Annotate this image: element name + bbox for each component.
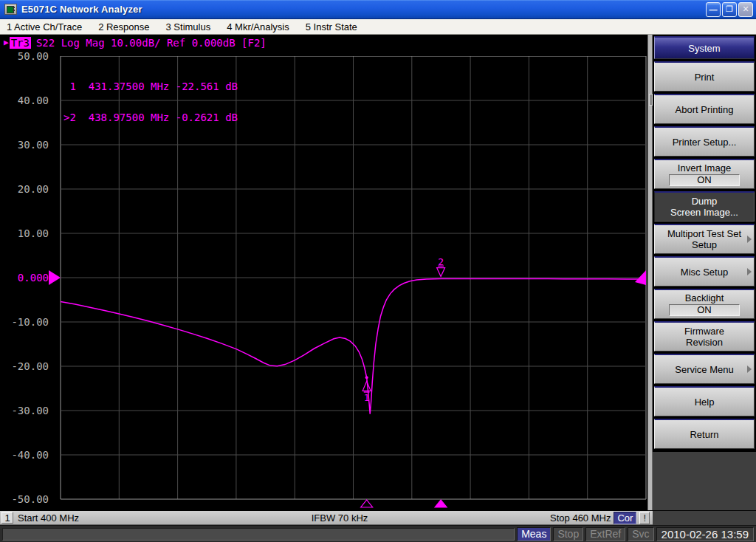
softkey-service-menu-label: Service Menu [675,364,733,375]
marker-2-label: 2 [438,256,444,267]
trace-params: S22 Log Mag 10.00dB/ Ref 0.000dB [F2] [36,37,267,49]
restore-icon: ❐ [726,5,733,13]
softkey-multiport-label: Multiport Test Set Setup [667,228,741,250]
marker-1-readout: 1 431.37500 MHz -22.561 dB [63,81,238,92]
stimulus-marker-2-icon[interactable] [435,500,447,507]
softkey-abort-printing[interactable]: Abort Printing [654,94,755,124]
ifbw-label[interactable]: IFBW 70 kHz [281,512,399,524]
y-axis-label: -30.00 [6,405,49,416]
instrument-status-bar: Meas Stop ExtRef Svc 2010-02-26 13:59 [0,525,756,542]
menu-response[interactable]: 2 Response [98,21,149,32]
y-axis-label: 0.000 [6,272,49,284]
softkey-misc-setup[interactable]: Misc Setup [654,256,755,287]
invert-image-state: ON [669,174,740,186]
warning-badge: ! [639,512,650,524]
y-axis-label: 40.00 [6,95,49,106]
menu-stimulus[interactable]: 3 Stimulus [166,21,211,32]
channel-number-badge: 1 [1,512,13,524]
display-area: ▶Tr3S22 Log Mag 10.00dB/ Ref 0.000dB [F2… [0,35,756,510]
y-axis-label: 20.00 [6,183,49,195]
status-message-strip [2,528,515,541]
status-meas: Meas [517,527,551,541]
submenu-arrow-icon [747,366,752,373]
reference-level-marker-icon [49,270,61,285]
status-svc: Svc [628,527,653,541]
softkey-help[interactable]: Help [654,386,755,416]
channel-status-left: 1 Start 400 MHz IFBW 70 kHz Stop 460 MHz… [0,510,653,525]
softkey-menu: System Print Abort Printing Printer Setu… [653,35,756,510]
minimize-button[interactable]: — [706,2,721,17]
marker-readout: 1 431.37500 MHz -22.561 dB >2 438.97500 … [63,61,238,143]
trace-id-badge: Tr3 [10,37,31,49]
y-axis-label: -50.00 [6,493,49,505]
softkey-dump-screen-image[interactable]: Dump Screen Image... [654,191,755,222]
y-axis-label: 10.00 [6,227,49,239]
y-axis-label: -20.00 [6,360,49,372]
marker-1-point [365,376,368,379]
softkey-firmware-revision[interactable]: Firmware Revision [654,321,755,351]
submenu-arrow-icon [747,268,752,275]
y-axis-label: -40.00 [6,449,49,461]
status-extref: ExtRef [585,527,625,541]
menu-active-ch-trace[interactable]: 1 Active Ch/Trace [7,21,82,32]
submenu-arrow-icon [747,236,752,243]
e5071c-screen: E5071C Network Analyzer — ❐ ✕ 1 Active C… [0,0,756,542]
trace-status-line[interactable]: ▶Tr3S22 Log Mag 10.00dB/ Ref 0.000dB [F2… [4,37,267,49]
channel-status-filler [653,510,756,525]
y-axis-label: 50.00 [6,50,49,62]
close-button[interactable]: ✕ [738,2,753,17]
softkey-multiport-test-set-setup[interactable]: Multiport Test Set Setup [654,224,755,254]
channel-status-bar: 1 Start 400 MHz IFBW 70 kHz Stop 460 MHz… [0,510,756,525]
softkey-misc-setup-label: Misc Setup [681,267,728,278]
y-axis-label: 30.00 [6,139,49,151]
status-datetime: 2010-02-26 13:59 [656,527,754,541]
softkey-printer-setup[interactable]: Printer Setup... [654,126,755,157]
close-icon: ✕ [742,5,749,13]
window-title: E5071C Network Analyzer [21,4,142,15]
marker-2-symbol-icon[interactable] [437,268,445,277]
backlight-state: ON [669,304,740,316]
softkey-backlight-label: Backlight [685,292,724,303]
status-stop: Stop [553,527,583,541]
softkey-invert-image[interactable]: Invert Image ON [654,159,755,189]
softkey-invert-image-label: Invert Image [678,162,731,174]
sweep-stop-label[interactable]: Stop 460 MHz [550,512,611,524]
menu-splitter-handle[interactable] [647,35,653,510]
sweep-start-label[interactable]: Start 400 MHz [18,512,79,524]
softkey-return[interactable]: Return [654,419,755,449]
softkey-print[interactable]: Print [654,61,755,92]
softkey-backlight[interactable]: Backlight ON [654,289,755,319]
sidebar-filler [653,451,756,510]
app-icon [4,4,17,15]
correction-badge: Cor [614,512,636,524]
softkey-system: System [654,36,755,59]
stimulus-marker-1-icon[interactable] [361,500,373,507]
marker-2-readout: >2 438.97500 MHz -0.2621 dB [63,112,238,123]
marker-1-label: 1 [364,392,370,403]
active-trace-arrow-icon: ▶ [4,37,9,49]
menu-mkr-analysis[interactable]: 4 Mkr/Analysis [227,21,289,32]
title-bar: E5071C Network Analyzer — ❐ ✕ [0,0,756,19]
menu-bar: 1 Active Ch/Trace 2 Response 3 Stimulus … [0,19,756,35]
menu-instr-state[interactable]: 5 Instr State [306,21,357,32]
minimize-icon: — [709,6,718,14]
softkey-service-menu[interactable]: Service Menu [654,354,755,384]
y-axis-label: -10.00 [6,316,49,328]
restore-button[interactable]: ❐ [722,2,737,17]
